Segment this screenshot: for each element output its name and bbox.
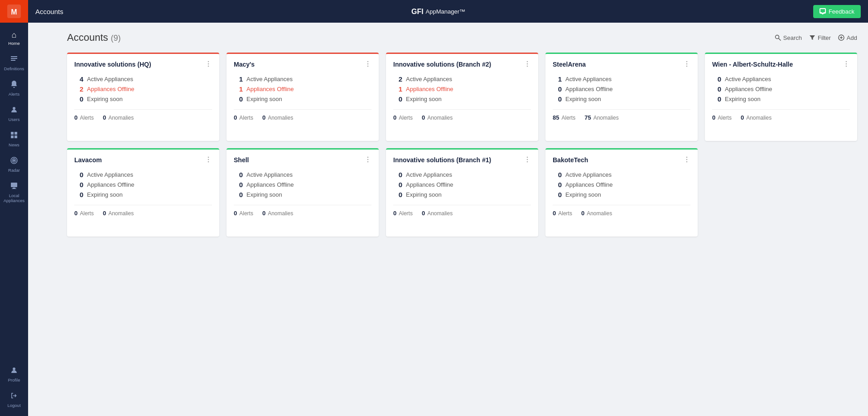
active-appliances-label: Active Appliances [87,76,133,82]
filter-label: Filter [818,34,831,41]
svg-point-40 [208,161,209,163]
sidebar-item-home[interactable]: ⌂ Home [0,26,28,50]
alerts-label: Alerts [80,115,94,121]
account-card[interactable]: Wien - Albert-Schultz-Halle 0 Active App… [705,53,857,141]
card-menu-button[interactable] [205,156,212,164]
card-menu-button[interactable] [205,60,212,69]
feedback-button[interactable]: Feedback [813,5,861,18]
topbar-title: Accounts [35,8,63,15]
account-card[interactable]: Macy's 1 Active Appliances 1 Appliances … [227,53,379,141]
filter-button[interactable]: Filter [809,34,831,41]
sidebar-item-profile-label: Profile [8,377,20,382]
card-menu-button[interactable] [364,156,371,164]
expiring-soon-label: Expiring soon [87,96,123,102]
add-button[interactable]: Add [838,34,857,41]
expiring-soon-label: Expiring soon [246,96,282,102]
sidebar-item-alerts-label: Alerts [9,92,19,97]
svg-rect-6 [11,132,14,135]
card-header: SteelArena [553,60,690,69]
anomalies-stat: 0 Anomalies [422,114,453,121]
expiring-soon-row: 0 Expiring soon [393,95,531,103]
appliances-offline-row: 0 Appliances Offline [553,85,690,93]
svg-point-46 [527,161,528,163]
sidebar-item-definitions[interactable]: Definitions [0,50,28,76]
account-card[interactable]: Shell 0 Active Appliances 0 Appliances O… [227,148,379,237]
svg-rect-13 [11,183,17,187]
svg-point-35 [846,61,847,63]
card-menu-button[interactable] [364,60,371,69]
sidebar-item-news[interactable]: News [0,126,28,152]
active-appliances-label: Active Appliances [246,171,293,178]
card-stats: 2 Active Appliances 1 Appliances Offline… [393,75,531,103]
appliances-offline-row: 0 Appliances Offline [393,181,531,189]
account-card[interactable]: SteelArena 1 Active Appliances 0 Applian… [545,53,698,141]
svg-point-41 [367,157,369,158]
alerts-stat: 0 Alerts [234,210,253,217]
appliances-offline-count: 2 [74,85,83,93]
app-manager-label: AppManager™ [426,8,465,15]
anomalies-label: Anomalies [427,210,453,217]
active-appliances-row: 2 Active Appliances [393,75,531,83]
expiring-soon-label: Expiring soon [565,96,601,102]
search-label: Search [783,34,802,41]
svg-point-45 [527,159,528,160]
active-appliances-count: 0 [393,171,402,179]
anomalies-label: Anomalies [746,115,772,121]
expiring-soon-label: Expiring soon [565,191,601,198]
anomalies-stat: 0 Anomalies [103,210,134,217]
appliances-offline-label: Appliances Offline [87,181,135,188]
card-header: Macy's [234,60,371,69]
anomalies-count: 0 [103,114,106,121]
anomalies-count: 75 [584,114,591,121]
account-card[interactable]: BakoteTech 0 Active Appliances 0 Applian… [545,148,698,237]
expiring-soon-count: 0 [393,191,402,198]
card-stats: 4 Active Appliances 2 Appliances Offline… [74,75,212,103]
sidebar-item-profile[interactable]: Profile [0,362,28,387]
search-button[interactable]: Search [775,34,802,41]
active-appliances-count: 0 [712,75,721,83]
account-card[interactable]: Innovative solutions (Branch #1) 0 Activ… [386,148,538,237]
appliances-offline-count: 0 [553,85,562,93]
page-title: Accounts (9) [67,32,121,44]
alerts-label: Alerts [718,115,732,121]
alerts-count: 85 [553,114,559,121]
add-label: Add [847,34,857,41]
active-appliances-label: Active Appliances [565,171,612,178]
sidebar-item-local-appliances[interactable]: Local Appliances [0,177,28,208]
radar-icon [10,156,18,166]
appliances-offline-label: Appliances Offline [87,86,135,92]
card-menu-button[interactable] [683,60,690,69]
appliances-offline-row: 0 Appliances Offline [74,181,212,189]
card-stats: 0 Active Appliances 0 Appliances Offline… [393,171,531,198]
alerts-stat: 0 Alerts [393,210,413,217]
active-appliances-label: Active Appliances [406,76,452,82]
page-actions: Search Filter Add [775,34,857,41]
svg-rect-15 [12,189,16,189]
alerts-count: 0 [553,210,556,217]
alerts-count: 0 [74,210,77,217]
sidebar-item-users[interactable]: Users [0,101,28,126]
card-menu-button[interactable] [683,156,690,164]
expiring-soon-row: 0 Expiring soon [234,95,371,103]
card-menu-button[interactable] [524,156,531,164]
card-title: Wien - Albert-Schultz-Halle [712,60,796,68]
card-header: Innovative solutions (Branch #1) [393,156,531,164]
sidebar-item-alerts[interactable]: Alerts [0,76,28,101]
sidebar-item-logout[interactable]: Logout [0,387,28,412]
card-menu-button[interactable] [524,60,531,69]
account-card[interactable]: Innovative solutions (HQ) 4 Active Appli… [67,53,219,141]
anomalies-stat: 0 Anomalies [741,114,772,121]
sidebar-item-radar[interactable]: Radar [0,152,28,177]
logout-icon [10,392,18,401]
card-menu-button[interactable] [843,60,850,69]
anomalies-label: Anomalies [268,115,293,121]
account-card[interactable]: Innovative solutions (Branch #2) 2 Activ… [386,53,538,141]
card-footer: 0 Alerts 0 Anomalies [393,205,531,221]
page-header: Accounts (9) Search Filter Add [67,32,857,44]
card-stats: 0 Active Appliances 0 Appliances Offline… [74,171,212,198]
alerts-stat: 0 Alerts [712,114,732,121]
account-card[interactable]: Lavacom 0 Active Appliances 0 Appliances… [67,148,219,237]
svg-point-12 [14,160,15,161]
appliances-offline-row: 1 Appliances Offline [234,85,371,93]
appliances-offline-count: 0 [553,181,562,189]
